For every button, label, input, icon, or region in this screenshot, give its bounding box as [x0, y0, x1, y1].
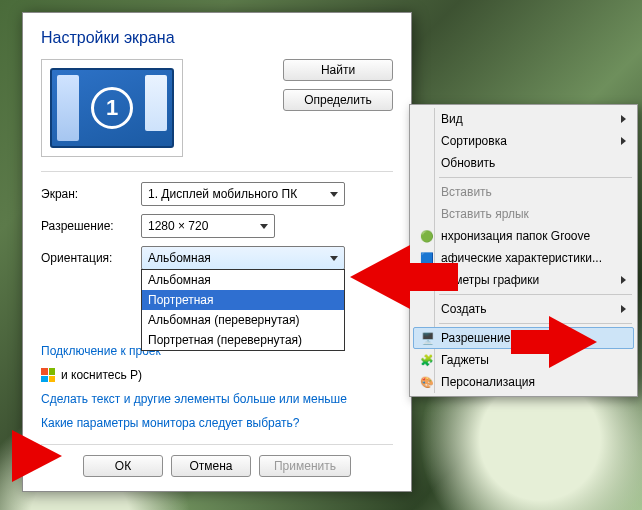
monitor-params-link[interactable]: Какие параметры монитора следует выбрать…	[41, 416, 393, 430]
personalize-icon: 🎨	[419, 374, 435, 390]
orientation-option[interactable]: Портретная (перевернутая)	[142, 330, 344, 350]
groove-icon: 🟢	[419, 228, 435, 244]
menu-create[interactable]: Создать	[413, 298, 634, 320]
projector-hint: и коснитесь P)	[61, 368, 142, 382]
orientation-combo[interactable]: Альбомная АльбомнаяПортретнаяАльбомная (…	[141, 246, 345, 270]
menu-personalize[interactable]: 🎨Персонализация	[413, 371, 634, 393]
submenu-arrow-icon	[621, 137, 626, 145]
ok-button[interactable]: ОК	[83, 455, 163, 477]
apply-button[interactable]: Применить	[259, 455, 351, 477]
menu-groove[interactable]: 🟢нхронизация папок Groove	[413, 225, 634, 247]
display-label: Экран:	[41, 187, 141, 201]
chevron-down-icon	[330, 256, 338, 261]
orientation-option[interactable]: Альбомная (перевернутая)	[142, 310, 344, 330]
menu-paste-shortcut: Вставить ярлык	[413, 203, 634, 225]
find-button[interactable]: Найти	[283, 59, 393, 81]
resolution-combo[interactable]: 1280 × 720	[141, 214, 275, 238]
text-size-link[interactable]: Сделать текст и другие элементы больше и…	[41, 392, 393, 406]
annotation-arrow-icon	[350, 245, 410, 309]
menu-paste: Вставить	[413, 181, 634, 203]
annotation-arrow-icon	[549, 316, 597, 368]
submenu-arrow-icon	[621, 115, 626, 123]
detect-button[interactable]: Определить	[283, 89, 393, 111]
dialog-title: Настройки экрана	[41, 29, 393, 47]
chevron-down-icon	[260, 224, 268, 229]
orientation-option[interactable]: Альбомная	[142, 270, 344, 290]
gadgets-icon: 🧩	[419, 352, 435, 368]
orientation-label: Ориентация:	[41, 251, 141, 265]
orientation-option[interactable]: Портретная	[142, 290, 344, 310]
menu-view[interactable]: Вид	[413, 108, 634, 130]
submenu-arrow-icon	[621, 276, 626, 284]
monitor-icon: 🖥️	[420, 330, 436, 346]
cancel-button[interactable]: Отмена	[171, 455, 251, 477]
display-combo[interactable]: 1. Дисплей мобильного ПК	[141, 182, 345, 206]
menu-sort[interactable]: Сортировка	[413, 130, 634, 152]
monitor-thumbnail[interactable]: 1	[50, 68, 174, 148]
resolution-label: Разрешение:	[41, 219, 141, 233]
orientation-dropdown: АльбомнаяПортретнаяАльбомная (перевернут…	[141, 269, 345, 351]
monitor-number: 1	[91, 87, 133, 129]
monitor-preview-box: 1	[41, 59, 183, 157]
annotation-arrow-icon	[12, 430, 62, 482]
windows-logo-icon	[41, 368, 55, 382]
chevron-down-icon	[330, 192, 338, 197]
menu-refresh[interactable]: Обновить	[413, 152, 634, 174]
submenu-arrow-icon	[621, 305, 626, 313]
